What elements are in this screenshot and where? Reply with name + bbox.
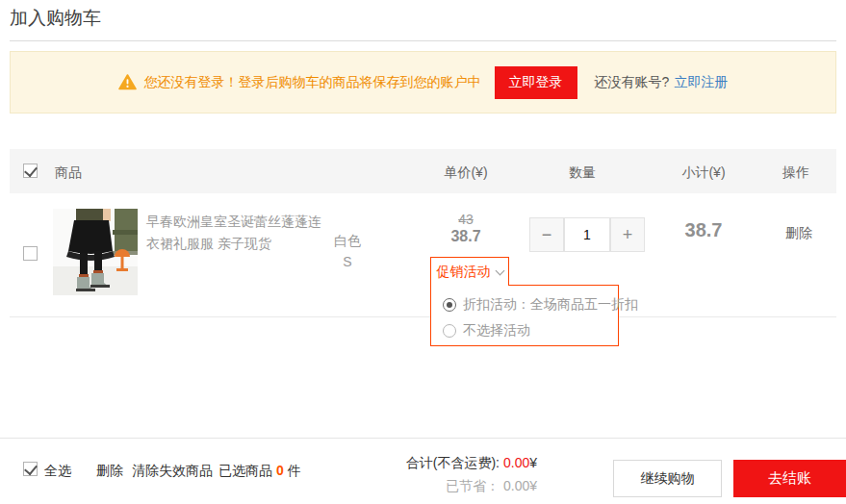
total-line: 合计(不含运费):0.00¥ xyxy=(406,455,537,472)
selected-count-value: 0 xyxy=(276,463,284,478)
selected-count-suffix: 件 xyxy=(288,463,301,478)
footer-delete-link[interactable]: 删除 xyxy=(96,463,123,480)
total-currency: ¥ xyxy=(529,455,537,470)
totals-block: 合计(不含运费):0.00¥ 已节省： 0.00¥ xyxy=(406,455,537,495)
saved-line: 已节省： 0.00¥ xyxy=(406,478,537,495)
quantity-decrease-button[interactable]: − xyxy=(529,217,564,252)
saved-value: 0.00¥ xyxy=(503,478,537,493)
quantity-input[interactable] xyxy=(564,217,610,252)
promotion-label: 促销活动 xyxy=(437,264,491,281)
cart-item-row: 早春欧洲皇室圣诞蕾丝蓬蓬连衣裙礼服服 亲子现货 白色 S 43 38.7 − +… xyxy=(10,193,836,317)
checkout-button[interactable]: 去结账 xyxy=(733,460,846,497)
column-header-quantity: 数量 xyxy=(534,164,630,182)
page-title: 加入购物车 xyxy=(10,6,101,31)
select-all-header-checkbox[interactable] xyxy=(23,164,38,178)
promotion-dropdown-panel: 折扣活动：全场商品五一折扣 不选择活动 xyxy=(430,285,619,346)
selected-count-text: 已选商品0件 xyxy=(218,463,301,480)
delete-item-link[interactable]: 删除 xyxy=(751,225,846,242)
column-header-product: 商品 xyxy=(55,164,82,182)
login-warning-text: 您还没有登录！登录后购物车的商品将保存到您的账户中 xyxy=(144,74,481,91)
product-size: S xyxy=(319,254,376,269)
promotion-dropdown-toggle[interactable]: 促销活动 xyxy=(430,257,509,286)
select-all-footer-checkbox[interactable] xyxy=(23,462,38,476)
column-header-unit-price: 单价(¥) xyxy=(418,164,514,182)
radio-unselected-icon[interactable] xyxy=(443,324,456,338)
saved-label: 已节省： xyxy=(446,478,500,493)
promotion-option-discount-label: 折扣活动：全场商品五一折扣 xyxy=(463,296,638,314)
current-price: 38.7 xyxy=(418,228,514,245)
cart-footer: 全选 删除 清除失效商品 已选商品0件 合计(不含运费):0.00¥ 已节省： … xyxy=(0,438,846,504)
select-all-label[interactable]: 全选 xyxy=(44,463,71,480)
product-title[interactable]: 早春欧洲皇室圣诞蕾丝蓬蓬连衣裙礼服服 亲子现货 xyxy=(146,211,327,255)
promotion-option-none-label: 不选择活动 xyxy=(463,322,530,340)
clear-invalid-link[interactable]: 清除失效商品 xyxy=(132,463,213,480)
warning-icon xyxy=(118,74,137,90)
column-header-action: 操作 xyxy=(748,164,844,182)
title-divider xyxy=(10,40,836,41)
cart-table-header: 商品 单价(¥) 数量 小计(¥) 操作 xyxy=(10,149,836,193)
cart-page: 加入购物车 您还没有登录！登录后购物车的商品将保存到您的账户中 立即登录 还没有… xyxy=(0,0,846,504)
product-color: 白色 xyxy=(319,233,376,250)
column-header-subtotal: 小计(¥) xyxy=(655,164,752,182)
total-label: 合计(不含运费): xyxy=(406,455,500,470)
selected-count-prefix: 已选商品 xyxy=(218,463,272,478)
login-now-button[interactable]: 立即登录 xyxy=(495,66,577,99)
promotion-option-none[interactable]: 不选择活动 xyxy=(443,322,606,340)
radio-selected-icon[interactable] xyxy=(443,298,456,312)
item-subtotal: 38.7 xyxy=(655,219,752,241)
quantity-increase-button[interactable]: + xyxy=(610,217,645,252)
item-checkbox[interactable] xyxy=(23,246,38,261)
product-image[interactable] xyxy=(53,209,138,295)
original-price: 43 xyxy=(418,212,514,227)
login-warning-banner: 您还没有登录！登录后购物车的商品将保存到您的账户中 立即登录 还没有账号? 立即… xyxy=(10,51,836,113)
register-link[interactable]: 立即注册 xyxy=(674,74,728,91)
promotion-option-discount[interactable]: 折扣活动：全场商品五一折扣 xyxy=(443,296,606,314)
chevron-down-icon xyxy=(495,265,504,275)
no-account-text: 还没有账号? xyxy=(595,74,670,91)
total-value: 0.00 xyxy=(503,455,529,470)
continue-shopping-button[interactable]: 继续购物 xyxy=(613,460,722,497)
